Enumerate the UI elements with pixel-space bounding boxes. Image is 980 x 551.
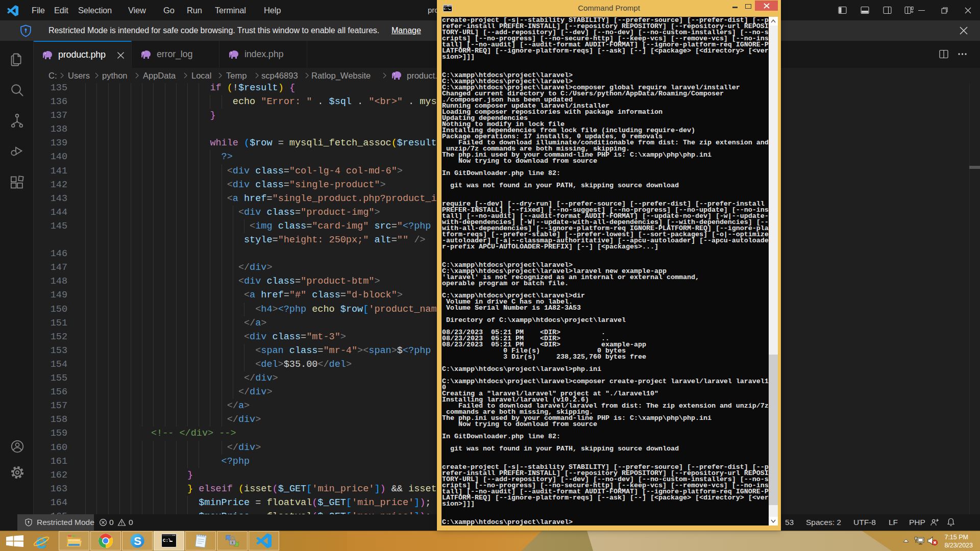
- svg-text:C:\: C:\: [163, 538, 172, 543]
- svg-text:S: S: [134, 535, 141, 547]
